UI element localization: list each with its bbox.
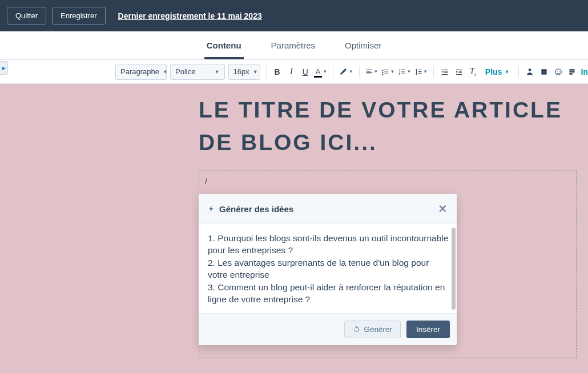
tab-content[interactable]: Contenu — [204, 34, 244, 59]
chevron-down-icon: ▼ — [323, 69, 327, 74]
ai-idea-item: 3. Comment un blog peut-il aider à renfo… — [208, 281, 449, 306]
emoji-button[interactable] — [553, 64, 563, 79]
clear-format-button[interactable]: Tx — [468, 64, 478, 79]
line-spacing-button[interactable]: ▼ — [414, 68, 428, 76]
chevron-down-icon: ▼ — [215, 69, 220, 75]
editor-canvas: LE TITRE DE VOTRE ARTICLE DE BLOG ICI...… — [0, 84, 588, 373]
ai-ideas-panel: Générer des idées ✕ 1. Pourquoi les blog… — [199, 194, 457, 345]
highlight-icon — [339, 68, 348, 76]
chevron-down-icon: ▼ — [253, 69, 258, 75]
sidebar-expand-handle[interactable]: ▸ — [0, 61, 8, 75]
text-color-icon: A — [314, 67, 322, 76]
chevron-down-icon: ▼ — [390, 69, 394, 74]
bullet-list-button[interactable]: ▼ — [381, 68, 394, 76]
toolbar-separator — [333, 66, 333, 78]
paragraph-style-label: Paragraphe — [120, 67, 159, 76]
paragraph-style-select[interactable]: Paragraphe ▼ — [115, 64, 167, 80]
more-options-button[interactable]: Plus ▼ — [485, 67, 510, 76]
toolbar-separator — [433, 66, 434, 78]
editor-tabs: Contenu Paramètres Optimiser — [0, 31, 588, 60]
editor-header: Quitter Enregistrer Dernier enregistreme… — [0, 0, 588, 31]
tab-settings[interactable]: Paramètres — [269, 34, 318, 59]
numbered-list-button[interactable]: ▼ — [398, 68, 411, 76]
ai-ideas-list[interactable]: 1. Pourquoi les blogs sont-ils devenus u… — [199, 224, 457, 313]
ai-panel-footer: Générer Insérer — [199, 313, 457, 345]
highlight-button[interactable]: ▼ — [339, 68, 353, 76]
refresh-icon — [353, 326, 360, 333]
outdent-button[interactable] — [440, 64, 450, 79]
bold-button[interactable]: B — [272, 64, 283, 79]
italic-button[interactable]: I — [286, 64, 297, 79]
last-saved-link[interactable]: Dernier enregistrement le 11 mai 2023 — [118, 11, 262, 21]
font-size-select[interactable]: 16px ▼ — [228, 64, 260, 80]
formatting-toolbar: Paragraphe ▼ Police ▼ 16px ▼ B I U A ▼ ▼… — [0, 60, 588, 84]
personalize-button[interactable] — [525, 64, 535, 79]
chevron-right-icon: ▸ — [2, 64, 6, 72]
indent-button[interactable] — [454, 64, 465, 79]
regenerate-button[interactable]: Générer — [344, 321, 401, 338]
line-spacing-icon — [414, 68, 422, 76]
chevron-down-icon: ▼ — [423, 69, 428, 74]
svg-point-1 — [557, 71, 557, 71]
close-icon[interactable]: ✕ — [438, 202, 448, 216]
clear-format-icon: Tx — [470, 67, 476, 77]
regenerate-label: Générer — [364, 325, 392, 334]
ai-idea-item: 2. Les avantages surprenants de la tenue… — [208, 257, 449, 281]
snippet-button[interactable] — [567, 64, 578, 79]
svg-point-2 — [559, 71, 559, 71]
ai-panel-title: Générer des idées — [219, 204, 433, 214]
scrollbar-thumb[interactable] — [452, 228, 456, 310]
insert-ideas-button[interactable]: Insérer — [406, 321, 450, 338]
toolbar-separator — [266, 66, 267, 78]
blog-body-editor[interactable]: / Générer des idées ✕ 1. Pourquoi les bl… — [199, 171, 577, 358]
align-button[interactable]: ▼ — [365, 68, 378, 76]
tab-optimize[interactable]: Optimiser — [343, 34, 384, 59]
lightning-icon — [208, 204, 215, 213]
svg-point-0 — [555, 68, 561, 75]
save-button[interactable]: Enregistrer — [52, 7, 106, 25]
chevron-down-icon: ▼ — [406, 69, 411, 74]
insert-menu-button[interactable]: In — [581, 67, 588, 76]
text-color-button[interactable]: A ▼ — [314, 67, 327, 76]
bullet-list-icon — [381, 68, 389, 76]
toolbar-separator — [518, 66, 519, 78]
chevron-down-icon: ▼ — [349, 69, 353, 74]
ai-panel-header: Générer des idées ✕ — [199, 194, 457, 224]
font-size-label: 16px — [233, 67, 249, 76]
font-family-select[interactable]: Police ▼ — [170, 64, 225, 80]
chevron-down-icon: ▼ — [504, 69, 509, 75]
align-left-icon — [365, 68, 373, 76]
chevron-down-icon: ▼ — [163, 69, 168, 75]
image-button[interactable] — [539, 64, 550, 79]
slash-command-indicator: / — [205, 177, 207, 186]
ai-idea-item: 1. Pourquoi les blogs sont-ils devenus u… — [208, 232, 449, 257]
numbered-list-icon — [398, 68, 406, 76]
toolbar-separator — [359, 66, 360, 78]
font-family-label: Police — [175, 67, 195, 76]
blog-title[interactable]: LE TITRE DE VOTRE ARTICLE DE BLOG ICI... — [199, 94, 565, 159]
quit-button[interactable]: Quitter — [7, 7, 46, 25]
underline-button[interactable]: U — [300, 64, 311, 79]
chevron-down-icon: ▼ — [374, 69, 378, 74]
more-label: Plus — [485, 67, 502, 76]
